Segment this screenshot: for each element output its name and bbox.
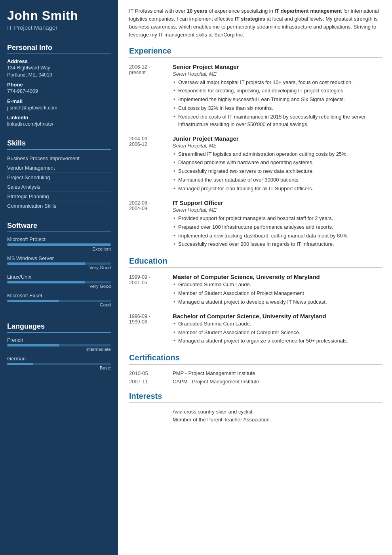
email-value: j.smith@uptowork.com [7,105,111,112]
personal-info-section: Personal Info Address 134 Rightward WayP… [0,38,118,134]
phone-label: Phone [7,82,111,88]
bullet-item: Streamlined IT logistics and administrat… [173,151,382,158]
language-item: French Intermediate [7,337,111,352]
entry-date: 2006-12 -present [129,63,173,130]
skill-bar [7,281,111,283]
cert-date: 2010-05 [129,370,173,376]
bullet-item: Successfully resolved over 200 issues in… [173,241,382,248]
entry-date: 1996-09 -1999-06 [129,313,173,346]
bullet-item: Successfully migrated two servers to new… [173,168,382,175]
skill-level: Excellent [7,247,111,251]
skill-bar [7,262,111,265]
skill-item: Vendor Management [7,163,111,173]
company: Seton Hospital, ME [173,207,382,213]
software-name: Linux/Unix [7,274,111,280]
bullet-item: Maintained the user database of over 300… [173,176,382,184]
entry-date: 1999-09 -2001-05 [129,274,173,307]
software-item: Microsoft Project Excellent [7,236,111,251]
languages-heading: Languages [7,322,111,333]
bullet-item: Managed a student project to develop a w… [173,299,382,306]
software-item: Microsoft Excel Good [7,293,111,307]
skill-bar-empty [59,300,111,302]
language-name: German [7,356,111,362]
skill-level: Very Good [7,265,111,270]
software-section: Software Microsoft Project Excellent MS … [0,216,118,317]
skill-item: Strategic Planning [7,192,111,201]
bullet-item: Graduated Summa Cum Laude. [173,281,382,289]
bullet-item: Responsible for creating, improving, and… [173,87,382,95]
cert-name: PMP - Project Management Institute [173,370,255,376]
interests-heading: Interests [129,392,382,403]
software-heading: Software [7,222,111,232]
entry-date: 2004-09 -2006-12 [129,135,173,194]
certifications-section: Certifications 2010-05 PMP - Project Man… [129,353,382,385]
bullet-list: Graduated Summa Cum Laude. Member of Stu… [173,320,382,345]
language-level: Intermediate [7,347,111,352]
address-label: Address [7,58,111,64]
bullet-list: Graduated Summa Cum Laude. Member of Stu… [173,281,382,306]
sidebar: John Smith IT Project Manager Personal I… [0,0,118,555]
experience-heading: Experience [129,46,382,58]
interest-item: Member of the Parent Teacher Association… [129,417,382,423]
skill-item: Communication Skills [7,201,111,211]
bullet-item: Managed project for lean training for al… [173,185,382,193]
skill-bar-empty [85,281,111,283]
bullet-item: Graduated Summa Cum Laude. [173,320,382,328]
experience-entry: 2002-08 -2004-09 IT Support Officer Seto… [129,199,382,249]
language-bar-empty [33,363,111,365]
interests-section: Interests Avid cross country skier and c… [129,392,382,423]
language-level: Basic [7,366,111,370]
main-content: IT Professional with over 10 years of ex… [118,0,392,555]
phone-value: 774-987-4009 [7,88,111,95]
sidebar-header: John Smith IT Project Manager [0,0,118,38]
skill-level: Good [7,302,111,307]
skill-bar [7,300,111,302]
bullet-item: Prepared over 100 infrastructure perform… [173,224,382,231]
skill-item: Sales Analysis [7,182,111,192]
skill-bar-fill [7,281,85,283]
certification-entry: 2010-05 PMP - Project Management Institu… [129,370,382,376]
skill-item: Project Scheduling [7,173,111,182]
personal-info-heading: Personal Info [7,44,111,54]
language-name: French [7,337,111,343]
summary-text: IT Professional with over 10 years of ex… [129,7,382,39]
skill-bar-fill [7,243,111,246]
entry-content: IT Support Officer Seton Hospital, ME Pr… [173,199,382,249]
language-item: German Basic [7,356,111,370]
software-name: MS Windows Server [7,255,111,261]
company: Seton Hospital, ME [173,143,382,149]
skill-bar-empty [85,262,111,265]
entry-content: Junior Project Manager Seton Hospital, M… [173,135,382,194]
experience-section: Experience 2006-12 -present Senior Proje… [129,46,382,250]
skills-section: Skills Business Process Improvement Vend… [0,134,118,216]
software-name: Microsoft Excel [7,293,111,299]
education-entry: 1999-09 -2001-05 Master of Computer Scie… [129,274,382,307]
education-heading: Education [129,256,382,268]
company: Seton Hospital, ME [173,71,382,77]
education-section: Education 1999-09 -2001-05 Master of Com… [129,256,382,346]
language-bar-empty [59,344,111,346]
skill-bar-fill [7,262,85,265]
bullet-item: Implemented the highly successful Lean T… [173,96,382,103]
bullet-item: Cut costs by 32% in less than six months… [173,105,382,112]
software-item: MS Windows Server Very Good [7,255,111,270]
interest-item: Avid cross country skier and cyclist. [129,409,382,415]
degree-title: Bachelor of Computer Science, University… [173,313,382,320]
address-value: 134 Rightward WayPortland, ME, 04019 [7,65,111,78]
entry-content: Master of Computer Science, University o… [173,274,382,307]
bullet-item: Diagnosed problems with hardware and ope… [173,159,382,166]
language-bar [7,344,111,346]
job-title: Senior Project Manager [173,63,382,70]
linkedin-label: LinkedIn [7,115,111,121]
software-item: Linux/Unix Very Good [7,274,111,289]
language-bar-fill [7,363,33,365]
skills-heading: Skills [7,139,111,150]
bullet-list: Provided support for project managers an… [173,215,382,248]
skill-level: Very Good [7,284,111,289]
skill-bar-fill [7,300,59,302]
certification-entry: 2007-11 CAPM - Project Management Instit… [129,379,382,385]
skill-item: Business Process Improvement [7,154,111,163]
bullet-item: Oversaw all major hospital IT projects f… [173,79,382,86]
bullet-item: Provided support for project managers an… [173,215,382,222]
entry-content: Senior Project Manager Seton Hospital, M… [173,63,382,130]
